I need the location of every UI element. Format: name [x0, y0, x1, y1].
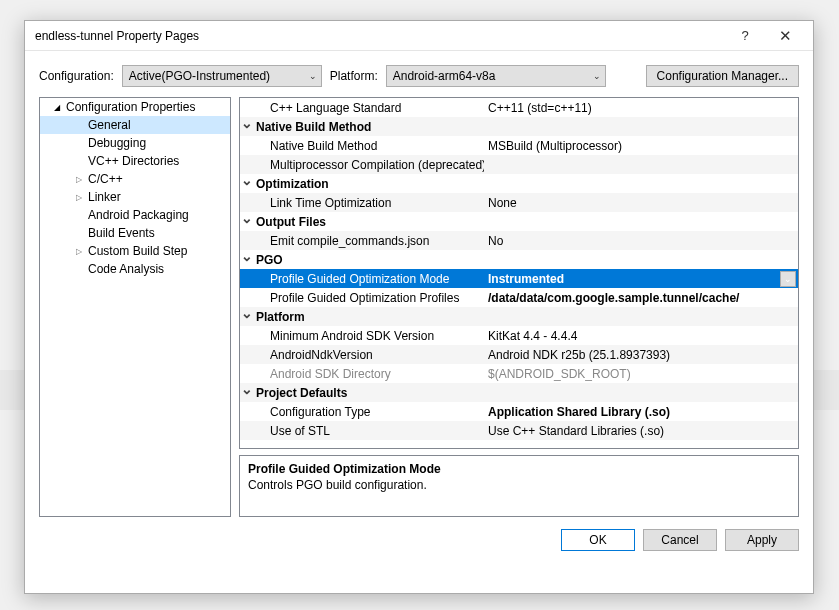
property-name: Native Build Method — [254, 120, 484, 134]
collapse-icon — [240, 178, 254, 189]
triangle-closed-icon — [76, 174, 86, 184]
configuration-dropdown[interactable]: Active(PGO-Instrumented) ⌄ — [122, 65, 322, 87]
property-name: PGO — [254, 253, 484, 267]
grid-section[interactable]: Platform — [240, 307, 798, 326]
property-name: Minimum Android SDK Version — [254, 329, 484, 343]
grid-property-row[interactable]: Android SDK Directory$(ANDROID_SDK_ROOT) — [240, 364, 798, 383]
dialog-buttons: OK Cancel Apply — [25, 517, 813, 563]
tree-item-label: General — [86, 118, 131, 132]
grid-property-row[interactable]: Emit compile_commands.jsonNo — [240, 231, 798, 250]
property-name: Output Files — [254, 215, 484, 229]
property-name: Use of STL — [254, 424, 484, 438]
property-name: Platform — [254, 310, 484, 324]
tree-item-label: VC++ Directories — [86, 154, 179, 168]
property-name: Emit compile_commands.json — [254, 234, 484, 248]
triangle-closed-icon — [76, 246, 86, 256]
property-value: Instrumented — [484, 272, 780, 286]
property-value: MSBuild (Multiprocessor) — [484, 139, 798, 153]
tree-item-code-analysis[interactable]: Code Analysis — [40, 260, 230, 278]
property-name: Project Defaults — [254, 386, 484, 400]
tree-item-label: Linker — [86, 190, 121, 204]
grid-section[interactable]: Project Defaults — [240, 383, 798, 402]
grid-property-row[interactable]: Profile Guided Optimization ModeInstrume… — [240, 269, 798, 288]
titlebar: endless-tunnel Property Pages ? ✕ — [25, 21, 813, 51]
triangle-open-icon — [54, 102, 64, 112]
grid-property-row[interactable]: C++ Language StandardC++11 (std=c++11) — [240, 98, 798, 117]
grid-property-row[interactable]: Multiprocessor Compilation (deprecated) — [240, 155, 798, 174]
property-value: C++11 (std=c++11) — [484, 101, 798, 115]
help-button[interactable]: ? — [725, 28, 765, 43]
grid-property-row[interactable]: Link Time OptimizationNone — [240, 193, 798, 212]
property-value: None — [484, 196, 798, 210]
tree-item-label: Debugging — [86, 136, 146, 150]
property-name: Multiprocessor Compilation (deprecated) — [254, 158, 484, 172]
close-button[interactable]: ✕ — [765, 27, 805, 45]
description-body: Controls PGO build configuration. — [248, 478, 790, 492]
tree-item-custom-build-step[interactable]: Custom Build Step — [40, 242, 230, 260]
collapse-icon — [240, 121, 254, 132]
chevron-down-icon: ⌄ — [593, 71, 601, 81]
property-value: Use C++ Standard Libraries (.so) — [484, 424, 798, 438]
tree-item-label: Code Analysis — [86, 262, 164, 276]
collapse-icon — [240, 311, 254, 322]
property-name: C++ Language Standard — [254, 101, 484, 115]
property-value: $(ANDROID_SDK_ROOT) — [484, 367, 798, 381]
grid-property-row[interactable]: Profile Guided Optimization Profiles/dat… — [240, 288, 798, 307]
apply-button[interactable]: Apply — [725, 529, 799, 551]
collapse-icon — [240, 216, 254, 227]
grid-property-row[interactable]: AndroidNdkVersionAndroid NDK r25b (25.1.… — [240, 345, 798, 364]
collapse-icon — [240, 254, 254, 265]
property-value: Application Shared Library (.so) — [484, 405, 798, 419]
category-tree[interactable]: Configuration Properties GeneralDebuggin… — [39, 97, 231, 517]
collapse-icon — [240, 387, 254, 398]
chevron-down-icon: ⌄ — [309, 71, 317, 81]
property-value: KitKat 4.4 - 4.4.4 — [484, 329, 798, 343]
tree-item-general[interactable]: General — [40, 116, 230, 134]
tree-item-debugging[interactable]: Debugging — [40, 134, 230, 152]
tree-root[interactable]: Configuration Properties — [40, 98, 230, 116]
property-name: Configuration Type — [254, 405, 484, 419]
ok-button[interactable]: OK — [561, 529, 635, 551]
property-name: Optimization — [254, 177, 484, 191]
grid-property-row[interactable]: Configuration TypeApplication Shared Lib… — [240, 402, 798, 421]
tree-item-label: Custom Build Step — [86, 244, 187, 258]
grid-section[interactable]: PGO — [240, 250, 798, 269]
grid-section[interactable]: Native Build Method — [240, 117, 798, 136]
configuration-manager-button[interactable]: Configuration Manager... — [646, 65, 799, 87]
grid-section[interactable]: Output Files — [240, 212, 798, 231]
grid-property-row[interactable]: Native Build MethodMSBuild (Multiprocess… — [240, 136, 798, 155]
property-name: Profile Guided Optimization Mode — [254, 272, 484, 286]
platform-dropdown[interactable]: Android-arm64-v8a ⌄ — [386, 65, 606, 87]
description-title: Profile Guided Optimization Mode — [248, 462, 790, 476]
config-row: Configuration: Active(PGO-Instrumented) … — [25, 51, 813, 97]
platform-label: Platform: — [330, 69, 378, 83]
property-grid[interactable]: C++ Language StandardC++11 (std=c++11)Na… — [239, 97, 799, 449]
tree-item-android-packaging[interactable]: Android Packaging — [40, 206, 230, 224]
property-name: Android SDK Directory — [254, 367, 484, 381]
grid-property-row[interactable]: Minimum Android SDK VersionKitKat 4.4 - … — [240, 326, 798, 345]
configuration-label: Configuration: — [39, 69, 114, 83]
property-pages-dialog: endless-tunnel Property Pages ? ✕ Config… — [24, 20, 814, 594]
tree-item-build-events[interactable]: Build Events — [40, 224, 230, 242]
tree-item-label: Build Events — [86, 226, 155, 240]
tree-item-label: Android Packaging — [86, 208, 189, 222]
tree-item-linker[interactable]: Linker — [40, 188, 230, 206]
description-box: Profile Guided Optimization Mode Control… — [239, 455, 799, 517]
property-name: Native Build Method — [254, 139, 484, 153]
grid-section[interactable]: Optimization — [240, 174, 798, 193]
grid-property-row[interactable]: Use of STLUse C++ Standard Libraries (.s… — [240, 421, 798, 440]
tree-item-vc-directories[interactable]: VC++ Directories — [40, 152, 230, 170]
cancel-button[interactable]: Cancel — [643, 529, 717, 551]
property-value: /data/data/com.google.sample.tunnel/cach… — [484, 291, 798, 305]
property-value: No — [484, 234, 798, 248]
tree-item-label: C/C++ — [86, 172, 123, 186]
triangle-closed-icon — [76, 192, 86, 202]
property-name: AndroidNdkVersion — [254, 348, 484, 362]
tree-item-c-c-[interactable]: C/C++ — [40, 170, 230, 188]
property-name: Link Time Optimization — [254, 196, 484, 210]
property-value: Android NDK r25b (25.1.8937393) — [484, 348, 798, 362]
window-title: endless-tunnel Property Pages — [35, 29, 725, 43]
property-name: Profile Guided Optimization Profiles — [254, 291, 484, 305]
dropdown-button[interactable]: ⌄ — [780, 271, 796, 287]
